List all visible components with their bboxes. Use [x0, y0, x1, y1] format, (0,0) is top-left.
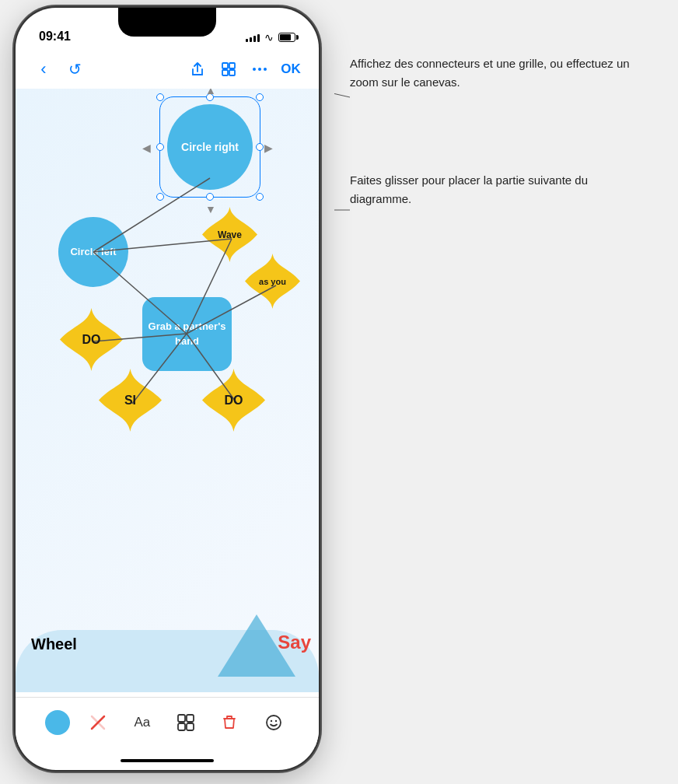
svg-rect-20 [187, 723, 194, 730]
svg-point-4 [253, 68, 256, 71]
font-button[interactable]: Aa [127, 707, 158, 738]
signal-icon [246, 33, 260, 42]
svg-rect-3 [229, 70, 235, 75]
annotation-2-text: Faites glisser pour placer la partie sui… [350, 171, 630, 208]
svg-point-23 [271, 719, 272, 721]
connector-lines [16, 89, 319, 692]
svg-point-6 [264, 68, 267, 71]
layers-button[interactable] [213, 54, 244, 85]
svg-rect-19 [178, 723, 185, 730]
ok-button[interactable]: OK [275, 54, 306, 85]
phone-frame: 09:41 ∿ ‹ ↺ [16, 8, 319, 770]
circle-right-label: Circle right [181, 140, 239, 154]
svg-point-22 [267, 716, 281, 730]
home-indicator [121, 759, 214, 762]
wheel-text: Wheel [31, 635, 77, 653]
svg-rect-0 [222, 63, 228, 68]
color-picker-button[interactable] [45, 710, 70, 735]
pen-tool-button[interactable] [82, 707, 114, 738]
toolbar: ‹ ↺ OK [16, 50, 319, 89]
annotation-2: Faites glisser pour placer la partie sui… [350, 171, 630, 208]
svg-line-25 [334, 78, 350, 97]
status-icons: ∿ [246, 31, 295, 44]
status-time: 09:41 [39, 30, 71, 44]
handle-bm[interactable] [206, 193, 214, 201]
handle-tl[interactable] [156, 93, 164, 101]
do1-node[interactable]: DO [58, 306, 124, 373]
canvas-area[interactable]: Circle right ▲ ▼ ◀ ▶ Circle left Wave [16, 89, 319, 692]
wifi-icon: ∿ [264, 31, 274, 44]
arrow-down[interactable]: ▼ [205, 203, 216, 215]
svg-point-24 [275, 719, 277, 721]
svg-rect-17 [178, 715, 185, 722]
emoji-button[interactable] [258, 707, 289, 738]
font-label: Aa [134, 715, 150, 730]
svg-rect-18 [187, 715, 194, 722]
handle-tr[interactable] [256, 93, 264, 101]
arrow-right[interactable]: ▶ [264, 142, 273, 154]
svg-rect-1 [229, 63, 235, 68]
delete-button[interactable] [214, 707, 245, 738]
more-button[interactable] [244, 54, 275, 85]
svg-point-5 [258, 68, 261, 71]
handle-mr[interactable] [256, 143, 264, 151]
annotation-1-text: Affichez des connecteurs et une grille, … [350, 54, 630, 92]
arrow-up[interactable]: ▲ [205, 89, 216, 96]
say-text: Say [278, 632, 311, 653]
bottom-toolbar: Aa [16, 697, 319, 747]
notch [118, 8, 216, 37]
annotation-1: Affichez des connecteurs et une grille, … [350, 54, 630, 92]
annotation-line-1 [334, 23, 661, 179]
do2-node[interactable]: DO [201, 367, 267, 433]
si-label: SI [124, 394, 136, 408]
si-node[interactable]: SI [97, 367, 163, 433]
circle-left-label: Circle left [70, 246, 116, 259]
grab-node[interactable]: Grab a partner's hand [142, 297, 232, 371]
battery-icon [278, 33, 295, 42]
do2-label: DO [225, 394, 243, 408]
arrow-left[interactable]: ◀ [142, 142, 151, 154]
do1-label: DO [82, 333, 101, 347]
circle-left-node[interactable]: Circle left [58, 217, 128, 287]
circle-right-node[interactable]: Circle right [167, 104, 253, 190]
share-button[interactable] [182, 54, 213, 85]
wave-label: Wave [218, 229, 242, 240]
grab-label: Grab a partner's hand [142, 317, 232, 351]
back-button[interactable]: ‹ [28, 54, 59, 85]
add-shape-button[interactable] [170, 707, 201, 738]
as-you-node[interactable]: as you [243, 252, 302, 310]
handle-br[interactable] [256, 193, 264, 201]
as-you-label: as you [259, 277, 286, 286]
svg-rect-2 [222, 70, 228, 75]
handle-bl[interactable] [156, 193, 164, 201]
undo-button[interactable]: ↺ [59, 54, 90, 85]
handle-ml[interactable] [156, 143, 164, 151]
